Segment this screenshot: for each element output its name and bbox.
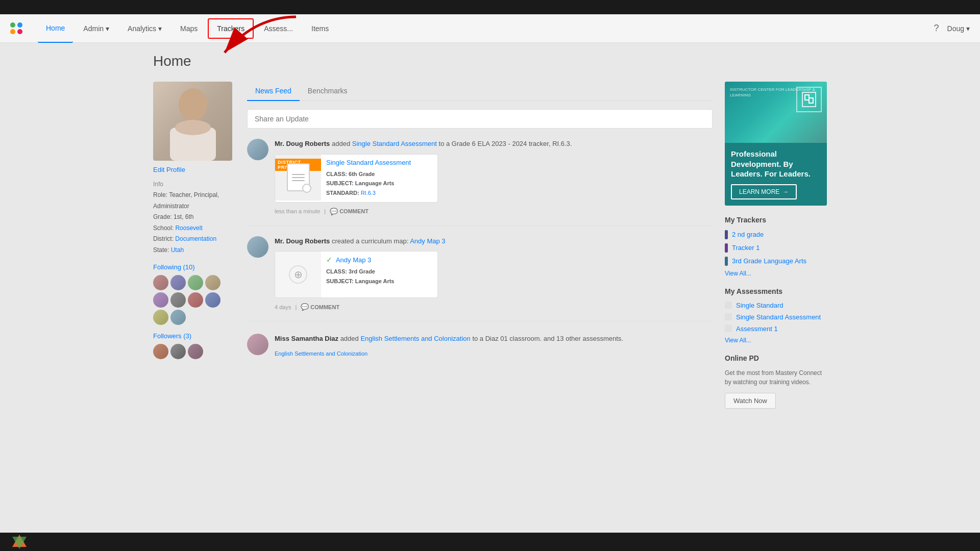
tracker-color-bar: [725, 243, 728, 253]
right-sidebar: Instructor Center for Leadership & Learn…: [725, 82, 827, 409]
feed-time: less than a minute: [275, 208, 320, 214]
feed-item-text: Miss Samantha Diaz added English Settlem…: [275, 334, 713, 344]
profile-state: State: Utah: [153, 245, 235, 256]
tabs: News Feed Benchmarks: [247, 82, 713, 101]
avatar: [153, 275, 168, 290]
profile-school: School: Roosevelt: [153, 223, 235, 234]
assessment-icon: [725, 325, 732, 332]
feed-avatar: [247, 139, 268, 160]
feed-content-link[interactable]: Single Standard Assessment: [352, 140, 437, 147]
help-icon[interactable]: ?: [934, 23, 939, 34]
profile-photo-placeholder: [153, 82, 232, 161]
avatar: [170, 310, 186, 325]
feed-user-link[interactable]: Mr. Doug Roberts: [275, 140, 330, 147]
my-assessments-title: My Assessments: [725, 287, 827, 295]
card-title[interactable]: Single Standard Assessment: [326, 159, 411, 166]
promo-body: Professional Development. By Leaders. Fo…: [725, 143, 827, 206]
nav-item-maps[interactable]: Maps: [172, 14, 206, 43]
navbar: Home Admin ▾ Analytics ▾ Maps Trackers A…: [0, 14, 980, 43]
feed-item: Miss Samantha Diaz added English Settlem…: [247, 332, 713, 358]
nav-item-items[interactable]: Items: [303, 14, 337, 43]
school-link[interactable]: Roosevelt: [175, 224, 202, 232]
watch-now-button[interactable]: Watch Now: [725, 393, 776, 409]
feed-item-content: Mr. Doug Roberts added Single Standard A…: [275, 139, 713, 215]
tracker-item: 3rd Grade Language Arts: [725, 257, 827, 266]
feed-item: Mr. Doug Roberts created a curriculum ma…: [247, 236, 713, 322]
state-link[interactable]: Utah: [171, 246, 184, 254]
feed-item-content: Mr. Doug Roberts created a curriculum ma…: [275, 236, 713, 311]
card-subject: SUBJECT: Language Arts: [326, 277, 394, 286]
nav-item-trackers[interactable]: Trackers: [208, 18, 254, 39]
info-label: Info: [153, 181, 235, 188]
nav-item-home[interactable]: Home: [38, 14, 73, 43]
nav-item-assess[interactable]: Assess...: [256, 14, 301, 43]
following-header[interactable]: Following (10): [153, 263, 235, 271]
followers-header[interactable]: Followers (3): [153, 332, 235, 340]
tab-benchmarks[interactable]: Benchmarks: [300, 82, 356, 101]
avatar: [188, 344, 203, 359]
comment-icon: 💬: [301, 303, 309, 311]
nav-item-analytics[interactable]: Analytics ▾: [119, 14, 170, 43]
my-assessments: My Assessments Single Standard Single St…: [725, 287, 827, 344]
view-all-assessments-link[interactable]: View All...: [725, 337, 827, 344]
assessment-link[interactable]: Single Standard: [736, 302, 783, 309]
district-link[interactable]: Documentation: [175, 235, 216, 242]
nav-user-menu[interactable]: Doug ▾: [947, 24, 970, 33]
assessment-link[interactable]: Single Standard Assessment: [736, 313, 821, 321]
tracker-color-bar: [725, 230, 728, 239]
avatar: [205, 275, 220, 290]
feed-content-link[interactable]: English Settlements and Colonization: [360, 335, 470, 342]
standard-link[interactable]: RI.6.3: [361, 190, 376, 196]
assessment-link[interactable]: Assessment 1: [736, 325, 778, 333]
top-bar: [0, 0, 980, 14]
learn-more-button[interactable]: LEARN MORE →: [731, 184, 797, 199]
tab-news-feed[interactable]: News Feed: [247, 82, 300, 101]
svg-point-1: [179, 88, 207, 121]
comment-button[interactable]: 💬 COMMENT: [301, 303, 339, 311]
nav-item-admin[interactable]: Admin ▾: [75, 14, 117, 43]
card-class: CLASS: 3rd Grade: [326, 267, 394, 277]
profile-sidebar: Edit Profile Info Role: Teacher, Princip…: [153, 82, 235, 409]
card-title-partial: English Settlements and Colonization: [275, 349, 713, 359]
my-trackers-title: My Trackers: [725, 216, 827, 224]
card-title[interactable]: ✓ Andy Map 3: [326, 256, 394, 264]
tracker-item: 2 nd grade: [725, 230, 827, 239]
avatar: [188, 292, 203, 308]
nav-items: Home Admin ▾ Analytics ▾ Maps Trackers A…: [38, 14, 934, 43]
avatar: [153, 344, 168, 359]
chevron-down-icon: ▾: [966, 24, 970, 33]
nav-right: ? Doug ▾: [934, 23, 970, 34]
feed-content-link[interactable]: Andy Map 3: [410, 237, 445, 245]
comment-button[interactable]: 💬 COMMENT: [330, 208, 369, 215]
promo-title: Professional Development. By Leaders. Fo…: [731, 149, 821, 179]
chevron-down-icon: ▾: [158, 24, 162, 33]
feed-user-link[interactable]: Mr. Doug Roberts: [275, 237, 330, 245]
promo-small-text-img: Instructor Center for Leadership & Learn…: [730, 87, 827, 98]
nav-logo[interactable]: [10, 22, 22, 35]
view-all-trackers-link[interactable]: View All...: [725, 270, 827, 277]
assessment-icon: [725, 302, 732, 309]
svg-rect-5: [809, 98, 813, 103]
avatar: [205, 292, 220, 308]
share-input[interactable]: [247, 109, 713, 129]
tracker-link[interactable]: 2 nd grade: [732, 231, 764, 238]
feed-time: 4 days: [275, 304, 291, 310]
map-icon: ⊕: [289, 265, 307, 284]
online-pd: Online PD Get the most from Mastery Conn…: [725, 354, 827, 409]
tracker-link[interactable]: Tracker 1: [732, 244, 760, 252]
feed-meta: less than a minute | 💬 COMMENT: [275, 208, 713, 215]
feed-item-text: Mr. Doug Roberts created a curriculum ma…: [275, 236, 713, 246]
follower-avatars: [153, 344, 235, 359]
feed-user-link[interactable]: Miss Samantha Diaz: [275, 335, 338, 342]
page-content: Home Edit Profile Info Role: Teacher, Pr…: [133, 43, 847, 419]
edit-profile-link[interactable]: Edit Profile: [153, 166, 235, 173]
avatar: [188, 275, 203, 290]
avatar: [170, 344, 186, 359]
main-layout: Edit Profile Info Role: Teacher, Princip…: [153, 82, 827, 409]
profile-district: District: Documentation: [153, 234, 235, 245]
assessment-link[interactable]: English Settlements and Colonization: [275, 350, 368, 357]
tracker-link[interactable]: 3rd Grade Language Arts: [732, 257, 806, 265]
avatar: [170, 292, 186, 308]
feed-item-content: Miss Samantha Diaz added English Settlem…: [275, 334, 713, 358]
profile-photo: [153, 82, 232, 161]
